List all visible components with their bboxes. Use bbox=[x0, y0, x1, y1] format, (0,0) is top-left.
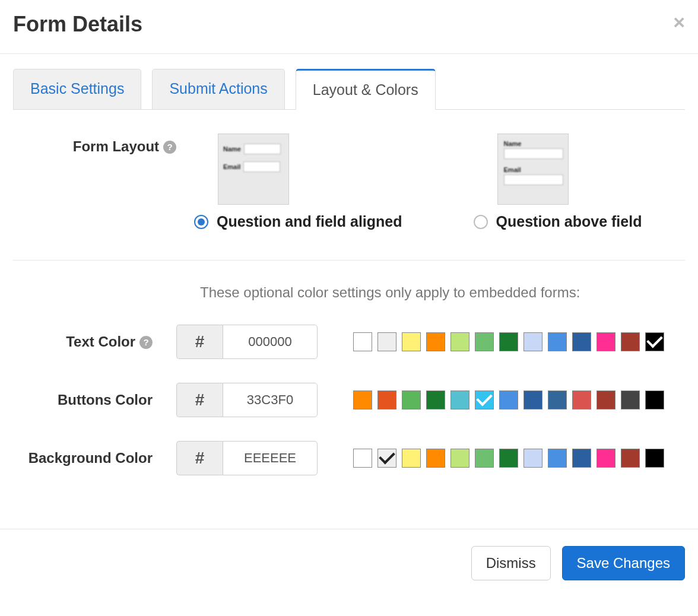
tab-layout-colors[interactable]: Layout & Colors bbox=[296, 69, 436, 110]
dismiss-button[interactable]: Dismiss bbox=[471, 546, 551, 580]
form-layout-label: Form Layout bbox=[73, 138, 159, 154]
color-swatch[interactable] bbox=[426, 332, 445, 351]
buttons-color-row: Buttons Color # bbox=[13, 383, 685, 417]
background-color-swatches bbox=[353, 449, 664, 468]
color-swatch[interactable] bbox=[524, 390, 542, 409]
color-swatch[interactable] bbox=[499, 332, 518, 351]
text-color-row: Text Color ? # bbox=[13, 325, 685, 359]
color-swatch[interactable] bbox=[524, 449, 542, 468]
color-swatch[interactable] bbox=[450, 449, 469, 468]
layout-preview-aligned: Name Email bbox=[218, 134, 289, 205]
layout-caption-aligned: Question and field aligned bbox=[217, 213, 402, 230]
hash-prefix: # bbox=[176, 325, 223, 359]
color-swatch[interactable] bbox=[426, 390, 445, 409]
color-swatch[interactable] bbox=[621, 390, 640, 409]
layout-preview-above: Name Email bbox=[497, 134, 569, 205]
color-swatch[interactable] bbox=[353, 390, 372, 409]
color-swatch[interactable] bbox=[597, 332, 615, 351]
color-swatch[interactable] bbox=[402, 390, 421, 409]
color-swatch[interactable] bbox=[377, 390, 396, 409]
color-swatch[interactable] bbox=[475, 449, 494, 468]
buttons-color-swatches bbox=[353, 390, 664, 409]
buttons-color-label: Buttons Color bbox=[58, 392, 153, 408]
text-color-label: Text Color bbox=[66, 334, 135, 350]
color-swatch[interactable] bbox=[548, 449, 567, 468]
color-swatch[interactable] bbox=[645, 332, 664, 351]
color-swatch[interactable] bbox=[499, 449, 518, 468]
tab-submit-actions[interactable]: Submit Actions bbox=[152, 69, 284, 109]
color-swatch[interactable] bbox=[548, 390, 567, 409]
color-swatch[interactable] bbox=[597, 390, 615, 409]
page-title: Form Details bbox=[13, 12, 683, 37]
save-changes-button[interactable]: Save Changes bbox=[562, 546, 685, 580]
color-swatch[interactable] bbox=[621, 449, 640, 468]
color-swatch[interactable] bbox=[524, 332, 542, 351]
tab-bar: Basic Settings Submit Actions Layout & C… bbox=[13, 69, 685, 110]
color-swatch[interactable] bbox=[475, 332, 494, 351]
background-color-input[interactable] bbox=[223, 441, 318, 475]
text-color-swatches bbox=[353, 332, 664, 351]
background-color-label: Background Color bbox=[28, 450, 153, 466]
color-swatch[interactable] bbox=[645, 390, 664, 409]
colors-info-text: These optional color settings only apply… bbox=[200, 284, 685, 301]
layout-option-aligned[interactable]: Name Email Question and field aligned bbox=[194, 134, 402, 230]
color-swatch[interactable] bbox=[645, 449, 664, 468]
color-swatch[interactable] bbox=[572, 390, 591, 409]
color-swatch[interactable] bbox=[353, 332, 372, 351]
background-color-row: Background Color # bbox=[13, 441, 685, 475]
color-swatch[interactable] bbox=[572, 332, 591, 351]
color-swatch[interactable] bbox=[597, 449, 615, 468]
color-swatch[interactable] bbox=[450, 332, 469, 351]
color-swatch[interactable] bbox=[475, 390, 494, 409]
color-swatch[interactable] bbox=[402, 332, 421, 351]
color-swatch[interactable] bbox=[377, 449, 396, 468]
color-swatch[interactable] bbox=[353, 449, 372, 468]
color-swatch[interactable] bbox=[450, 390, 469, 409]
close-icon[interactable]: × bbox=[673, 12, 685, 32]
layout-caption-above: Question above field bbox=[496, 213, 642, 230]
layout-option-above[interactable]: Name Email Question above field bbox=[474, 134, 642, 230]
help-icon[interactable]: ? bbox=[163, 141, 176, 154]
radio-aligned[interactable] bbox=[194, 215, 208, 229]
form-layout-section: Form Layout ? Name Email Qu bbox=[13, 134, 685, 230]
tab-basic-settings[interactable]: Basic Settings bbox=[13, 69, 141, 109]
color-swatch[interactable] bbox=[377, 332, 396, 351]
color-swatch[interactable] bbox=[426, 449, 445, 468]
buttons-color-input[interactable] bbox=[223, 383, 318, 417]
radio-above[interactable] bbox=[474, 215, 488, 229]
help-icon[interactable]: ? bbox=[139, 336, 153, 349]
color-swatch[interactable] bbox=[548, 332, 567, 351]
color-swatch[interactable] bbox=[402, 449, 421, 468]
hash-prefix: # bbox=[176, 441, 223, 475]
text-color-input[interactable] bbox=[223, 325, 318, 359]
hash-prefix: # bbox=[176, 383, 223, 417]
color-swatch[interactable] bbox=[621, 332, 640, 351]
color-swatch[interactable] bbox=[499, 390, 518, 409]
color-swatch[interactable] bbox=[572, 449, 591, 468]
